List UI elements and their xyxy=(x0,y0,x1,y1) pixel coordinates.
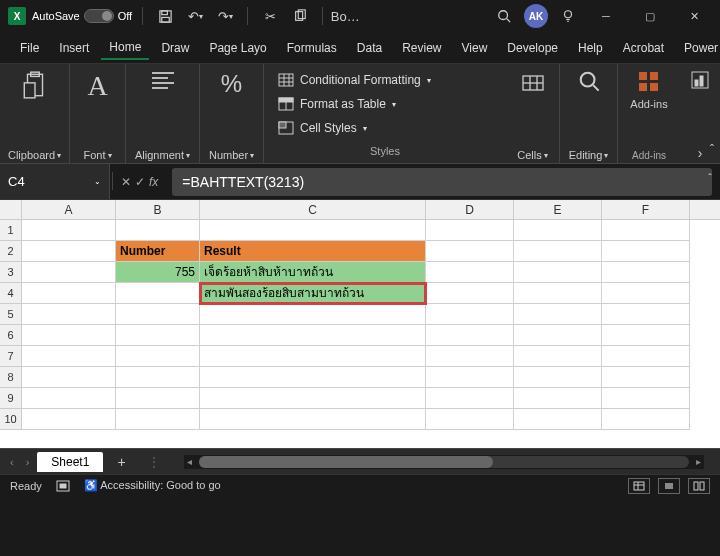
cut-icon[interactable]: ✂ xyxy=(258,4,282,28)
spreadsheet-grid[interactable]: 1 2 3 4 5 6 7 8 9 10 A B C D E F NumberR… xyxy=(0,200,720,448)
cell[interactable] xyxy=(200,325,426,346)
cell[interactable] xyxy=(514,346,602,367)
cell[interactable] xyxy=(602,304,690,325)
minimize-button[interactable]: ─ xyxy=(588,2,624,30)
number-group[interactable]: % Number▾ xyxy=(200,64,264,163)
sheet-tab[interactable]: Sheet1 xyxy=(37,452,103,472)
cell[interactable] xyxy=(200,220,426,241)
format-as-table-button[interactable]: Format as Table ▾ xyxy=(274,94,496,114)
col-header[interactable]: D xyxy=(426,200,514,219)
cell[interactable] xyxy=(426,409,514,430)
cell[interactable] xyxy=(200,409,426,430)
cell[interactable] xyxy=(426,346,514,367)
cell[interactable] xyxy=(602,409,690,430)
cell[interactable] xyxy=(514,304,602,325)
cell[interactable] xyxy=(514,325,602,346)
cell[interactable] xyxy=(116,367,200,388)
cancel-formula-icon[interactable]: ✕ xyxy=(121,175,131,189)
col-header[interactable]: E xyxy=(514,200,602,219)
addins-group[interactable]: Add-ins Add-ins xyxy=(618,64,680,163)
cell-b2[interactable]: Number xyxy=(116,241,200,262)
cell[interactable] xyxy=(200,388,426,409)
cell[interactable] xyxy=(514,262,602,283)
scroll-left-icon[interactable]: ◂ xyxy=(184,456,195,467)
cell[interactable] xyxy=(116,388,200,409)
cell[interactable] xyxy=(602,220,690,241)
name-box[interactable]: C4⌄ xyxy=(0,164,110,199)
tab-home[interactable]: Home xyxy=(101,36,149,60)
cell[interactable] xyxy=(514,283,602,304)
tab-page-layout[interactable]: Page Layo xyxy=(201,37,274,59)
tab-review[interactable]: Review xyxy=(394,37,449,59)
cell[interactable] xyxy=(426,367,514,388)
cell[interactable] xyxy=(200,304,426,325)
tab-insert[interactable]: Insert xyxy=(51,37,97,59)
tab-formulas[interactable]: Formulas xyxy=(279,37,345,59)
cell[interactable] xyxy=(426,241,514,262)
autosave-toggle[interactable]: AutoSave Off xyxy=(32,9,132,23)
fx-icon[interactable]: fx xyxy=(149,175,158,189)
cell[interactable] xyxy=(22,388,116,409)
accessibility-status[interactable]: ♿ Accessibility: Good to go xyxy=(84,479,221,492)
cell[interactable] xyxy=(200,346,426,367)
close-button[interactable]: ✕ xyxy=(676,2,712,30)
cell-c3[interactable]: เจ็ดร้อยห้าสิบห้าบาทถ้วน xyxy=(200,262,426,283)
cell[interactable] xyxy=(22,241,116,262)
cell[interactable] xyxy=(116,409,200,430)
normal-view-icon[interactable] xyxy=(628,478,650,494)
col-header[interactable]: C xyxy=(200,200,426,219)
cell[interactable] xyxy=(426,262,514,283)
expand-formula-icon[interactable]: ˆ xyxy=(708,172,712,184)
horizontal-scrollbar[interactable]: ◂ ▸ xyxy=(184,455,704,469)
cell[interactable] xyxy=(22,325,116,346)
cell[interactable] xyxy=(22,220,116,241)
row-header[interactable]: 5 xyxy=(0,304,21,325)
editing-group[interactable]: Editing▾ xyxy=(560,64,618,163)
add-sheet-button[interactable]: + xyxy=(107,454,135,470)
undo-icon[interactable]: ↶▾ xyxy=(183,4,207,28)
prev-sheet-icon[interactable]: ‹ xyxy=(6,456,18,468)
cell-c2[interactable]: Result xyxy=(200,241,426,262)
tab-help[interactable]: Help xyxy=(570,37,611,59)
toggle-off-icon[interactable] xyxy=(84,9,114,23)
tab-acrobat[interactable]: Acrobat xyxy=(615,37,672,59)
cell[interactable] xyxy=(426,304,514,325)
row-header[interactable]: 6 xyxy=(0,325,21,346)
conditional-formatting-button[interactable]: Conditional Formatting ▾ xyxy=(274,70,496,90)
scroll-right-icon[interactable]: ▸ xyxy=(693,456,704,467)
cell[interactable] xyxy=(116,325,200,346)
cell-b3[interactable]: 755 xyxy=(116,262,200,283)
chevron-down-icon[interactable]: ⌄ xyxy=(94,177,101,186)
cell[interactable] xyxy=(602,388,690,409)
lightbulb-icon[interactable] xyxy=(556,4,580,28)
clipboard-group[interactable]: Clipboard▾ xyxy=(0,64,70,163)
cell[interactable] xyxy=(116,283,200,304)
collapse-ribbon-icon[interactable]: ˆ xyxy=(710,143,714,157)
cell[interactable] xyxy=(22,304,116,325)
cell[interactable] xyxy=(22,262,116,283)
cell[interactable] xyxy=(514,388,602,409)
col-header[interactable]: A xyxy=(22,200,116,219)
row-header[interactable]: 2 xyxy=(0,241,21,262)
cell-c4-selected[interactable]: สามพันสองร้อยสิบสามบาทถ้วน xyxy=(200,283,426,304)
cell[interactable] xyxy=(426,283,514,304)
tab-data[interactable]: Data xyxy=(349,37,390,59)
cell[interactable] xyxy=(602,325,690,346)
drag-handle-icon[interactable]: ⋮ xyxy=(140,455,170,469)
macro-icon[interactable] xyxy=(56,480,70,492)
row-header[interactable]: 4 xyxy=(0,283,21,304)
alignment-group[interactable]: Alignment▾ xyxy=(126,64,200,163)
col-header[interactable]: B xyxy=(116,200,200,219)
cell[interactable] xyxy=(22,409,116,430)
cell[interactable] xyxy=(514,409,602,430)
cell[interactable] xyxy=(426,325,514,346)
save-icon[interactable] xyxy=(153,4,177,28)
scroll-thumb[interactable] xyxy=(199,456,493,468)
more-group[interactable]: › xyxy=(680,64,720,163)
cell[interactable] xyxy=(602,283,690,304)
cell[interactable] xyxy=(602,241,690,262)
search-icon[interactable] xyxy=(492,4,516,28)
cell[interactable] xyxy=(602,367,690,388)
next-sheet-icon[interactable]: › xyxy=(22,456,34,468)
tab-power-pivot[interactable]: Power Piv xyxy=(676,37,720,59)
